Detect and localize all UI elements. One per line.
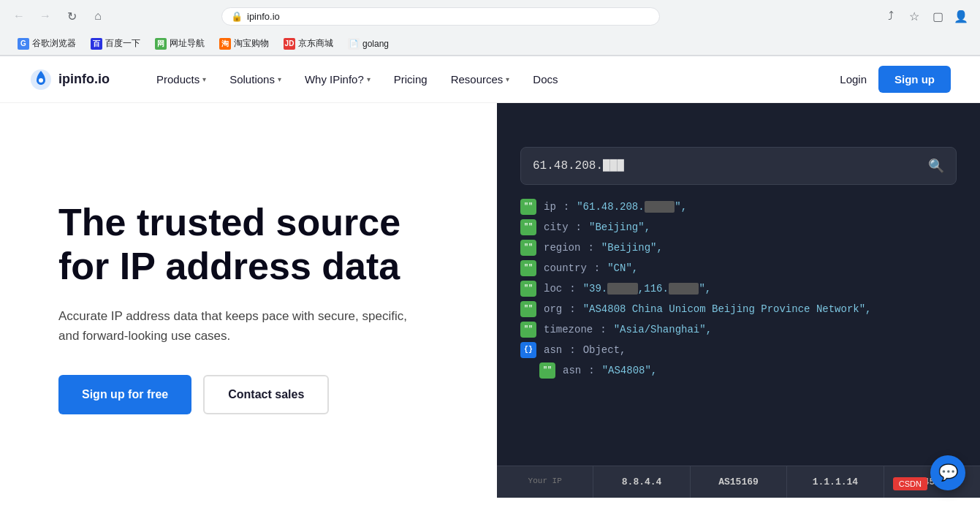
- url-text: ipinfo.io: [247, 11, 280, 22]
- json-line-ip: "" ip : "61.48.208.████",: [520, 197, 957, 217]
- csdn-badge: CSDN: [893, 477, 927, 490]
- nav-link-products[interactable]: Products ▾: [145, 67, 218, 91]
- bookmark-jd[interactable]: JD 京东商城: [278, 35, 339, 52]
- ip-tab-8844[interactable]: 8.8.4.4: [593, 466, 690, 498]
- chevron-down-icon: ▾: [202, 75, 206, 83]
- signup-free-button[interactable]: Sign up for free: [58, 375, 191, 414]
- json-badge-asn: {}: [520, 342, 536, 358]
- json-line-timezone: "" timezone : "Asia/Shanghai",: [520, 319, 957, 340]
- json-badge-timezone: "": [520, 322, 536, 338]
- bookmark-google[interactable]: G 谷歌浏览器: [12, 35, 82, 52]
- nav-logo-text: ipinfo.io: [58, 72, 110, 87]
- hero-section: The trusted source for IP address data A…: [0, 103, 980, 498]
- bookmark-label: 谷歌浏览器: [32, 37, 76, 50]
- chevron-down-icon: ▾: [367, 75, 371, 83]
- ip-search-value: 61.48.208.███: [533, 159, 921, 172]
- nav-link-docs-label: Docs: [533, 73, 558, 86]
- json-badge-ip: "": [520, 199, 536, 215]
- forward-button[interactable]: →: [35, 6, 56, 26]
- chat-bubble[interactable]: 💬: [930, 455, 965, 490]
- bookmark-favicon: JD: [284, 38, 295, 50]
- browser-right-icons: ⤴ ☆ ▢ 👤: [881, 6, 971, 26]
- nav-link-resources-label: Resources: [451, 73, 504, 86]
- json-display: "" ip : "61.48.208.████", "" city : "Bei…: [497, 185, 980, 466]
- nav-link-resources[interactable]: Resources ▾: [439, 67, 522, 91]
- json-badge-region: "": [520, 240, 536, 256]
- svg-point-1: [39, 78, 43, 83]
- split-view-button[interactable]: ▢: [927, 6, 948, 26]
- bookmark-favicon: 淘: [219, 38, 231, 50]
- bookmark-golang[interactable]: 📄 golang: [342, 36, 395, 52]
- nav-link-solutions-label: Solutions: [229, 73, 275, 86]
- json-badge-org: "": [520, 301, 536, 317]
- home-button[interactable]: ⌂: [88, 6, 108, 26]
- nav-link-docs[interactable]: Docs: [521, 67, 569, 91]
- nav-right: Login Sign up: [840, 66, 951, 93]
- nav-link-why-label: Why IPinfo?: [305, 73, 364, 86]
- bookmark-label: golang: [362, 39, 389, 49]
- nav-logo[interactable]: ipinfo.io: [29, 68, 110, 91]
- contact-sales-button[interactable]: Contact sales: [203, 375, 329, 414]
- json-badge-loc: "": [520, 281, 536, 297]
- json-badge-country: "": [520, 260, 536, 276]
- bookmark-favicon: 网: [155, 38, 167, 50]
- navbar: ipinfo.io Products ▾ Solutions ▾ Why IPi…: [0, 56, 980, 103]
- bookmark-label: 淘宝购物: [234, 37, 269, 50]
- ip-tab-your-ip[interactable]: Your IP: [497, 466, 593, 498]
- browser-chrome: ← → ↻ ⌂ 🔒 ipinfo.io ⤴ ☆ ▢ 👤 G 谷歌浏览器 百 百度…: [0, 0, 980, 56]
- nav-links: Products ▾ Solutions ▾ Why IPinfo? ▾ Pri…: [145, 67, 840, 91]
- bookmark-label: 网址导航: [170, 37, 205, 50]
- json-line-country: "" country : "CN",: [520, 258, 957, 278]
- json-line-org: "" org : "AS4808 China Unicom Beijing Pr…: [520, 299, 957, 319]
- hero-subtitle: Accurate IP address data that keeps pace…: [58, 306, 409, 346]
- nav-link-pricing[interactable]: Pricing: [382, 67, 439, 91]
- ip-tab-as15169[interactable]: AS15169: [691, 466, 787, 498]
- json-line-asn-nested: "" asn : "AS4808",: [520, 360, 957, 381]
- bookmark-favicon: 📄: [348, 38, 360, 50]
- bookmark-button[interactable]: ☆: [904, 6, 924, 26]
- chat-icon: 💬: [938, 463, 958, 482]
- nav-link-solutions[interactable]: Solutions ▾: [218, 67, 293, 91]
- bookmark-favicon: G: [18, 38, 29, 50]
- bookmark-label: 京东商城: [298, 37, 333, 50]
- profile-button[interactable]: 👤: [951, 6, 971, 26]
- hero-buttons: Sign up for free Contact sales: [58, 375, 453, 414]
- json-badge-city: "": [520, 219, 536, 235]
- bookmark-label: 百度一下: [105, 37, 140, 50]
- hero-right-panel: 61.48.208.███ 🔍 "" ip : "61.48.208.████"…: [497, 103, 980, 498]
- logo-icon: [29, 68, 53, 91]
- nav-link-products-label: Products: [156, 73, 200, 86]
- json-line-loc: "" loc : "39.████,116.████",: [520, 278, 957, 299]
- nav-link-pricing-label: Pricing: [394, 73, 428, 86]
- bookmark-favicon: 百: [91, 38, 102, 50]
- nav-link-why[interactable]: Why IPinfo? ▾: [293, 67, 382, 91]
- ip-search-box[interactable]: 61.48.208.███ 🔍: [520, 147, 957, 185]
- chevron-down-icon: ▾: [506, 75, 509, 83]
- bookmark-baidu[interactable]: 百 百度一下: [85, 35, 146, 52]
- hero-left: The trusted source for IP address data A…: [0, 103, 497, 498]
- bookmark-nav[interactable]: 网 网址导航: [149, 35, 210, 52]
- reload-button[interactable]: ↻: [61, 6, 82, 26]
- hero-title: The trusted source for IP address data: [58, 201, 453, 289]
- json-line-asn: {} asn : Object,: [520, 340, 957, 360]
- search-icon[interactable]: 🔍: [928, 158, 944, 174]
- chevron-down-icon: ▾: [278, 75, 281, 83]
- website: ipinfo.io Products ▾ Solutions ▾ Why IPi…: [0, 56, 980, 498]
- bookmark-taobao[interactable]: 淘 淘宝购物: [213, 35, 275, 52]
- ip-tab-1114[interactable]: 1.1.1.14: [787, 466, 884, 498]
- address-bar[interactable]: 🔒 ipinfo.io: [221, 7, 660, 26]
- signup-button[interactable]: Sign up: [878, 66, 951, 93]
- lock-icon: 🔒: [231, 11, 243, 22]
- login-link[interactable]: Login: [840, 73, 867, 86]
- json-line-city: "" city : "Beijing",: [520, 217, 957, 238]
- bookmarks-bar: G 谷歌浏览器 百 百度一下 网 网址导航 淘 淘宝购物 JD 京东商城 📄 g…: [0, 32, 980, 56]
- back-button[interactable]: ←: [9, 6, 29, 26]
- share-button[interactable]: ⤴: [881, 6, 901, 26]
- json-line-region: "" region : "Beijing",: [520, 238, 957, 258]
- browser-toolbar: ← → ↻ ⌂ 🔒 ipinfo.io ⤴ ☆ ▢ 👤: [0, 0, 980, 32]
- json-badge-asn-nested: "": [539, 362, 555, 379]
